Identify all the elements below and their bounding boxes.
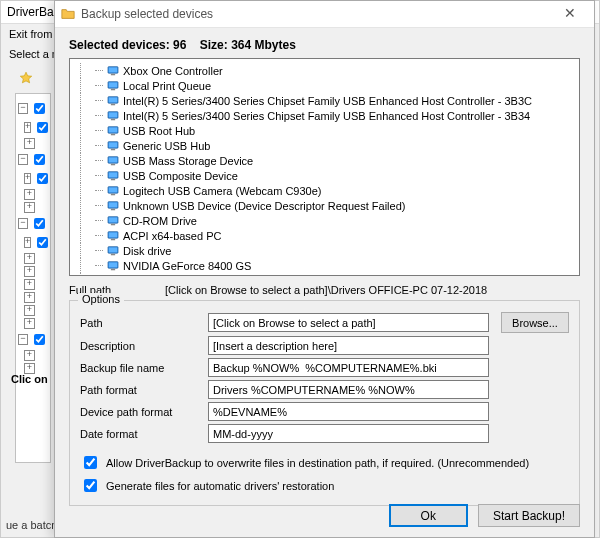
svg-rect-38 bbox=[111, 253, 115, 254]
device-tree-item[interactable]: Logitech USB Camera (Webcam C930e) bbox=[76, 183, 573, 198]
expand-icon[interactable]: + bbox=[24, 237, 31, 248]
selected-devices-value: 96 bbox=[173, 38, 186, 52]
devpathformat-label: Device path format bbox=[80, 406, 208, 418]
device-label: Disk drive bbox=[123, 245, 171, 257]
backupfile-label: Backup file name bbox=[80, 362, 208, 374]
svg-rect-7 bbox=[109, 97, 118, 102]
device-tree-item[interactable]: Disk drive bbox=[76, 243, 573, 258]
tree-checkbox[interactable] bbox=[34, 334, 45, 345]
svg-rect-26 bbox=[111, 193, 115, 194]
svg-rect-34 bbox=[109, 232, 118, 237]
expand-icon[interactable]: + bbox=[24, 292, 35, 303]
svg-rect-35 bbox=[111, 238, 115, 239]
tree-checkbox[interactable] bbox=[37, 237, 48, 248]
tree-checkbox[interactable] bbox=[37, 173, 48, 184]
backupfile-input[interactable] bbox=[208, 358, 489, 377]
svg-rect-31 bbox=[109, 217, 118, 222]
expand-icon[interactable]: + bbox=[24, 279, 35, 290]
device-tree-item[interactable]: Intel(R) 5 Series/3400 Series Chipset Fa… bbox=[76, 108, 573, 123]
device-label: ACPI x64-based PC bbox=[123, 230, 221, 242]
svg-rect-40 bbox=[109, 262, 118, 267]
expand-icon[interactable]: − bbox=[18, 103, 28, 114]
device-tree-item[interactable]: Intel(R) 5 Series/3400 Series Chipset Fa… bbox=[76, 93, 573, 108]
svg-rect-22 bbox=[109, 172, 118, 177]
expand-icon[interactable]: + bbox=[24, 350, 35, 361]
svg-rect-14 bbox=[111, 133, 115, 134]
device-label: Xbox One Controller bbox=[123, 65, 223, 77]
browse-button[interactable]: Browse... bbox=[501, 312, 569, 333]
device-label: Generic USB Hub bbox=[123, 140, 210, 152]
overwrite-checkbox[interactable] bbox=[84, 456, 97, 469]
svg-rect-4 bbox=[109, 82, 118, 87]
device-label: Intel(R) 5 Series/3400 Series Chipset Fa… bbox=[123, 95, 532, 107]
ok-button[interactable]: Ok bbox=[389, 504, 468, 527]
description-input[interactable] bbox=[208, 336, 489, 355]
device-label: Local Print Queue bbox=[123, 80, 211, 92]
device-label: USB Composite Device bbox=[123, 170, 238, 182]
device-tree-item[interactable]: CD-ROM Drive bbox=[76, 213, 573, 228]
expand-icon[interactable]: + bbox=[24, 189, 35, 200]
tree-checkbox[interactable] bbox=[34, 154, 45, 165]
favorite-star[interactable] bbox=[19, 71, 33, 87]
fullpath-row: Full path [Click on Browse to select a p… bbox=[55, 276, 594, 298]
options-legend: Options bbox=[78, 293, 124, 305]
batch-label: ue a batcn bbox=[6, 519, 57, 531]
generate-restore-label: Generate files for automatic drivers' re… bbox=[106, 480, 334, 492]
size-value: 364 Mbytes bbox=[231, 38, 296, 52]
expand-icon[interactable]: − bbox=[18, 334, 28, 345]
expand-icon[interactable]: + bbox=[24, 138, 35, 149]
expand-icon[interactable]: + bbox=[24, 305, 35, 316]
device-tree-item[interactable]: Generic USB Hub bbox=[76, 138, 573, 153]
star-icon bbox=[19, 71, 33, 85]
dateformat-label: Date format bbox=[80, 428, 208, 440]
device-tree-item[interactable]: Xbox One Controller bbox=[76, 63, 573, 78]
backup-dialog: Backup selected devices ✕ Selected devic… bbox=[54, 0, 595, 538]
expand-icon[interactable]: + bbox=[24, 173, 31, 184]
tree-checkbox[interactable] bbox=[34, 218, 45, 229]
device-tree-item[interactable]: NVIDIA GeForce 8400 GS bbox=[76, 258, 573, 273]
expand-icon[interactable]: − bbox=[18, 218, 28, 229]
svg-rect-11 bbox=[111, 118, 115, 119]
device-tree-item[interactable]: ACPI x64-based PC bbox=[76, 228, 573, 243]
device-label: USB Root Hub bbox=[123, 125, 195, 137]
dialog-buttons: Ok Start Backup! bbox=[389, 504, 580, 527]
expand-icon[interactable]: + bbox=[24, 318, 35, 329]
device-tree-item[interactable]: Unknown USB Device (Device Descriptor Re… bbox=[76, 198, 573, 213]
expand-icon[interactable]: + bbox=[24, 253, 35, 264]
devpathformat-input[interactable] bbox=[208, 402, 489, 421]
folder-icon bbox=[61, 7, 75, 21]
device-tree-item[interactable]: USB Root Hub bbox=[76, 123, 573, 138]
svg-rect-37 bbox=[109, 247, 118, 252]
expand-icon[interactable]: + bbox=[24, 202, 35, 213]
device-tree-item[interactable]: USB Mass Storage Device bbox=[76, 153, 573, 168]
device-tree-item[interactable]: Local Print Queue bbox=[76, 78, 573, 93]
dateformat-input[interactable] bbox=[208, 424, 489, 443]
svg-rect-32 bbox=[111, 223, 115, 224]
device-tree[interactable]: Xbox One ControllerLocal Print QueueInte… bbox=[69, 58, 580, 276]
pathformat-input[interactable] bbox=[208, 380, 489, 399]
dialog-title: Backup selected devices bbox=[81, 7, 552, 21]
close-button[interactable]: ✕ bbox=[552, 4, 588, 24]
device-label: USB Mass Storage Device bbox=[123, 155, 253, 167]
svg-rect-10 bbox=[109, 112, 118, 117]
tree-checkbox[interactable] bbox=[34, 103, 45, 114]
device-tree-item[interactable]: USB Composite Device bbox=[76, 168, 573, 183]
expand-icon[interactable]: + bbox=[24, 266, 35, 277]
expand-icon[interactable]: − bbox=[18, 154, 28, 165]
start-backup-button[interactable]: Start Backup! bbox=[478, 504, 580, 527]
svg-rect-13 bbox=[109, 127, 118, 132]
generate-restore-checkbox[interactable] bbox=[84, 479, 97, 492]
svg-rect-20 bbox=[111, 163, 115, 164]
svg-rect-41 bbox=[111, 268, 115, 269]
dialog-titlebar: Backup selected devices ✕ bbox=[55, 1, 594, 28]
click-on-label: Clic on bbox=[11, 373, 48, 385]
pathformat-label: Path format bbox=[80, 384, 208, 396]
svg-rect-1 bbox=[109, 67, 118, 72]
options-fieldset: Options Path Browse... Description Backu… bbox=[69, 300, 580, 506]
path-input[interactable] bbox=[208, 313, 489, 332]
tree-checkbox[interactable] bbox=[37, 122, 48, 133]
summary-bar: Selected devices: 96 Size: 364 Mbytes bbox=[55, 28, 594, 58]
svg-rect-19 bbox=[109, 157, 118, 162]
expand-icon[interactable]: + bbox=[24, 122, 31, 133]
device-label: Unknown USB Device (Device Descriptor Re… bbox=[123, 200, 405, 212]
